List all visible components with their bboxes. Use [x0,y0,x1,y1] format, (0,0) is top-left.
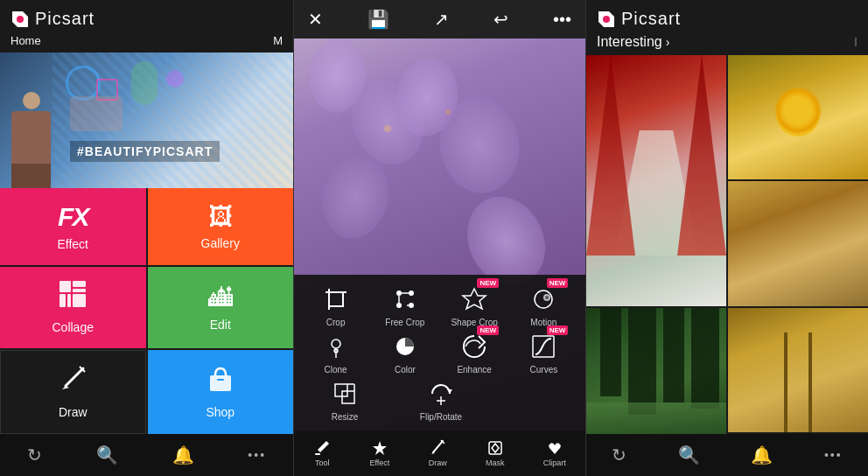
banner-person [7,92,55,188]
toolbar-more-icon[interactable]: ••• [553,10,571,30]
svg-rect-11 [210,375,231,391]
shop-label: Shop [206,405,234,419]
gallery-icon: 🖼 [208,202,233,231]
svg-marker-22 [463,289,486,309]
shape-crop-tool[interactable]: NEW Shape Crop [448,284,500,327]
enhance-icon-wrap: NEW [458,331,490,362]
tab-tool-label: Tool [315,458,330,467]
tile-gallery[interactable]: 🖼 Gallery [148,188,294,265]
svg-rect-31 [335,384,347,396]
tile-edit[interactable]: 🏙 Edit [148,267,294,349]
curves-tool[interactable]: NEW Curves [517,331,570,374]
flip-rotate-label: Flip/Rotate [420,412,462,422]
editor-toolbar: ✕ 💾 ↗ ↩ ••• [294,0,585,38]
shop-icon [206,365,234,400]
svg-rect-4 [73,289,86,292]
motion-tool[interactable]: NEW Motion [517,284,570,327]
clone-icon-wrap [320,331,352,362]
close-icon[interactable]: ✕ [308,9,323,30]
svg-marker-44 [492,444,499,452]
photo-golden-landscape[interactable] [728,181,868,305]
mask-tab-icon [486,439,504,457]
crop-tool[interactable]: Crop [310,284,362,327]
tab-draw[interactable]: Draw [429,439,447,467]
free-crop-tool[interactable]: Free Crop [379,284,431,327]
svg-rect-32 [342,391,354,403]
collage-label: Collage [52,320,94,334]
resize-tool[interactable]: Resize [318,378,371,422]
tab-clipart[interactable]: Clipart [543,439,566,467]
interesting-title: Interesting [597,34,662,50]
home-bell-icon[interactable]: 🔔 [172,444,194,466]
svg-line-40 [433,441,443,452]
svg-point-26 [332,340,340,348]
photo-autumn-path[interactable] [586,55,726,306]
panel-home: Picsart Home M #BEAUTIFYPICSART FX Effec… [0,0,293,476]
tab-mask-label: Mask [486,458,505,467]
clone-label: Clone [325,365,347,374]
interesting-bell-icon[interactable]: 🔔 [751,444,773,466]
draw-icon [59,365,87,400]
undo-icon[interactable]: ↩ [494,9,508,30]
svg-point-46 [603,16,610,23]
tile-collage[interactable]: Collage [0,267,146,349]
interesting-search-icon[interactable]: 🔍 [678,444,700,466]
home-bottom-bar: ↻ 🔍 🔔 ••• [0,434,293,476]
interesting-nav[interactable]: Interesting › I [586,32,868,55]
color-tool[interactable]: Color [379,331,431,374]
motion-icon-wrap: NEW [528,284,559,315]
svg-rect-2 [60,281,71,292]
curves-icon-wrap: NEW [528,331,559,362]
picsart-logo [10,10,30,29]
save-icon[interactable]: 💾 [368,9,389,30]
tab-tool[interactable]: Tool [313,439,331,467]
tab-effect[interactable]: Effect [369,439,389,467]
svg-marker-9 [62,386,69,389]
home-more-label[interactable]: M [262,32,293,52]
curves-label: Curves [530,365,558,374]
svg-line-8 [66,368,83,386]
tools-panel: Crop Free Crop [294,275,585,430]
effect-icon: FX [58,202,88,232]
interesting-more-icon[interactable]: ••• [824,448,843,462]
home-refresh-icon[interactable]: ↻ [27,444,42,466]
svg-rect-5 [60,294,66,307]
interesting-refresh-icon[interactable]: ↻ [612,444,626,466]
tools-row-1: Crop Free Crop [301,284,578,327]
tiles-grid: FX Effect 🖼 Gallery Collage [0,188,293,434]
clone-tool[interactable]: Clone [310,331,362,374]
color-label: Color [395,365,416,374]
home-more-icon[interactable]: ••• [248,448,266,462]
tile-shop[interactable]: Shop [148,350,294,434]
app-title-interesting: Picsart [621,9,681,29]
photo-grid [586,55,868,434]
svg-rect-38 [315,453,320,455]
share-icon[interactable]: ↗ [434,9,449,30]
enhance-new-badge: NEW [477,326,499,335]
flip-rotate-tool[interactable]: Flip/Rotate [415,378,467,422]
shape-crop-icon-wrap: NEW [458,284,490,315]
tile-draw[interactable]: Draw [0,350,146,434]
svg-point-25 [545,296,549,299]
free-crop-icon-wrap [389,284,421,315]
resize-label: Resize [332,412,359,422]
enhance-tool[interactable]: NEW Enhance [448,331,500,374]
crop-label: Crop [326,318,346,327]
home-search-icon[interactable]: 🔍 [96,444,118,466]
crop-icon-wrap [320,284,352,315]
svg-point-1 [17,16,24,23]
svg-marker-39 [373,441,387,455]
editor-photo: Crop Free Crop [294,38,585,430]
photo-sunflower[interactable] [728,55,868,179]
photo-forest[interactable] [586,308,726,434]
tile-effect[interactable]: FX Effect [0,188,146,265]
tab-mask[interactable]: Mask [486,439,505,467]
home-banner: #BEAUTIFYPICSART [0,52,293,188]
photo-railway-tracks[interactable] [728,308,868,432]
interesting-nav-inner: Interesting › [597,34,669,50]
svg-marker-41 [431,452,435,454]
interesting-partial-label: I [854,35,858,49]
svg-rect-7 [73,294,86,307]
svg-point-18 [396,290,402,296]
home-header: Picsart [0,0,293,32]
